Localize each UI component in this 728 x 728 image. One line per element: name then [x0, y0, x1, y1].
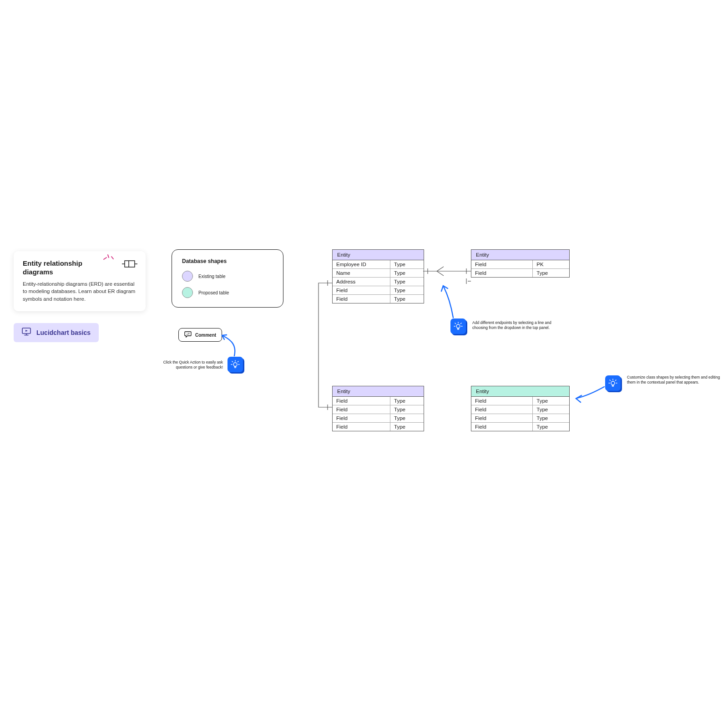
intro-card[interactable]: Entity relationship diagrams Entity-rela…: [14, 251, 146, 311]
monitor-icon: [22, 328, 31, 338]
legend-item-label: Proposed table: [198, 290, 229, 295]
svg-line-28: [610, 380, 611, 381]
table-row: FieldType: [471, 405, 569, 414]
table-row: FieldType: [333, 414, 424, 423]
svg-line-6: [111, 257, 113, 259]
entity-header: Entity: [333, 250, 424, 260]
svg-line-29: [616, 380, 617, 381]
entity-table-pk[interactable]: Entity FieldPK FieldType: [471, 249, 570, 278]
swatch-existing-icon: [182, 271, 193, 282]
accent-sparkle-icon: [102, 253, 114, 261]
svg-line-22: [455, 323, 456, 324]
table-row: FieldType: [471, 269, 569, 277]
svg-point-18: [456, 324, 460, 328]
entity-header: Entity: [471, 250, 569, 260]
legend-title: Database shapes: [182, 258, 273, 264]
lightbulb-icon: [450, 318, 466, 334]
basics-label: Lucidchart basics: [36, 329, 91, 336]
legend-card[interactable]: Database shapes Existing table Proposed …: [172, 249, 283, 308]
svg-line-16: [232, 361, 233, 362]
legend-item-label: Existing table: [198, 274, 225, 279]
svg-line-5: [108, 255, 109, 258]
table-row: FieldType: [333, 405, 424, 414]
tip-text-endpoints: Add different endpoints by selecting a l…: [472, 320, 566, 331]
svg-point-24: [611, 381, 615, 385]
table-row: FieldType: [471, 423, 569, 431]
entity-header: Entity: [333, 386, 424, 397]
svg-marker-10: [25, 330, 28, 332]
table-row: FieldType: [333, 423, 424, 431]
connectors-layer: [0, 0, 728, 728]
diagram-canvas[interactable]: Entity relationship diagrams Entity-rela…: [0, 0, 728, 728]
svg-line-33: [437, 271, 444, 276]
comment-quick-action[interactable]: +? Comment: [178, 328, 222, 342]
entity-table-proposed[interactable]: Entity FieldType FieldType FieldType Fie…: [471, 386, 570, 431]
comment-icon: +?: [184, 331, 192, 339]
table-row: FieldType: [471, 397, 569, 405]
table-row: FieldType: [333, 397, 424, 405]
tip-text-comment: Click the Quick Action to easily ask que…: [150, 360, 223, 370]
table-row: FieldType: [333, 286, 424, 295]
table-row: FieldType: [471, 414, 569, 423]
entity-header: Entity: [471, 386, 569, 397]
table-row: Employee IDType: [333, 260, 424, 269]
lightbulb-icon: [228, 357, 243, 372]
svg-rect-0: [125, 261, 135, 267]
svg-line-17: [238, 361, 239, 362]
comment-label: Comment: [195, 333, 216, 338]
svg-point-12: [233, 363, 237, 366]
erd-shape-icon: [122, 259, 137, 270]
intro-body: Entity-relationship diagrams (ERD) are e…: [23, 280, 136, 303]
svg-line-32: [437, 267, 444, 271]
intro-title: Entity relationship diagrams: [23, 259, 91, 277]
table-row: AddressType: [333, 278, 424, 286]
tip-text-customize: Customize class shapes by selecting them…: [627, 375, 725, 385]
table-row: FieldPK: [471, 260, 569, 269]
lucidchart-basics-button[interactable]: Lucidchart basics: [14, 323, 99, 342]
table-row: NameType: [333, 269, 424, 278]
table-row: FieldType: [333, 295, 424, 303]
legend-item-proposed: Proposed table: [182, 287, 273, 298]
svg-line-4: [104, 258, 106, 259]
svg-text:+?: +?: [186, 333, 190, 335]
svg-line-23: [461, 323, 462, 324]
lightbulb-icon: [605, 375, 621, 391]
entity-table-employee[interactable]: Entity Employee IDType NameType AddressT…: [332, 249, 424, 303]
legend-item-existing: Existing table: [182, 271, 273, 282]
entity-table-generic[interactable]: Entity FieldType FieldType FieldType Fie…: [332, 386, 424, 431]
swatch-proposed-icon: [182, 287, 193, 298]
